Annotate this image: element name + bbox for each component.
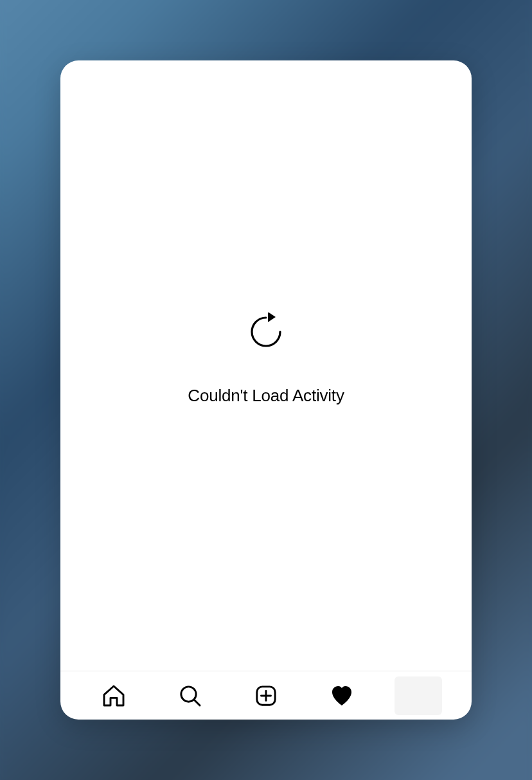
profile-icon [395, 676, 442, 715]
tab-home[interactable] [90, 682, 137, 710]
heart-icon [329, 683, 355, 709]
retry-button[interactable] [248, 313, 284, 349]
content-area: Couldn't Load Activity [60, 60, 472, 671]
error-message: Couldn't Load Activity [188, 386, 344, 406]
refresh-icon [248, 313, 284, 349]
plus-square-icon [253, 683, 279, 709]
tab-search[interactable] [166, 682, 214, 710]
svg-line-1 [194, 700, 199, 705]
bottom-tab-bar [60, 671, 472, 720]
tab-profile[interactable] [395, 682, 442, 710]
error-state: Couldn't Load Activity [188, 313, 344, 406]
search-icon [177, 683, 203, 709]
tab-create[interactable] [242, 682, 290, 710]
tab-activity[interactable] [318, 682, 366, 710]
activity-modal: Couldn't Load Activity [60, 60, 472, 720]
home-icon [101, 683, 127, 709]
